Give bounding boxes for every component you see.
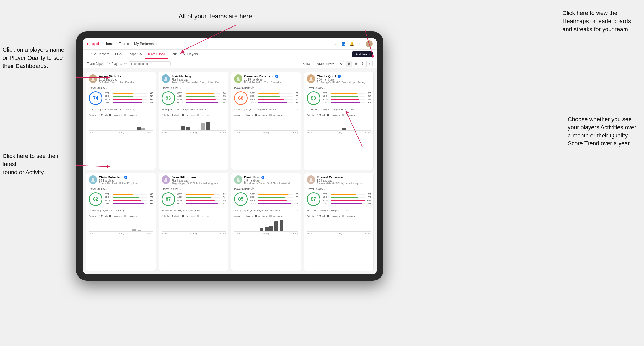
- stat-label-arg: ARG: [177, 98, 185, 101]
- pq-stats: OTT 60 APP 77 ARG 81 PUTT 9: [105, 193, 153, 205]
- search-icon[interactable]: ⌕: [332, 41, 337, 46]
- stat-row-arg: ARG 81: [105, 199, 153, 202]
- nav-logo[interactable]: clippd: [87, 41, 99, 46]
- player-card[interactable]: Aaron Nicholls 11-15 Handicap Drift Golf…: [86, 72, 156, 170]
- sub-nav-pga[interactable]: PGA: [112, 50, 124, 59]
- quality-score[interactable]: 68: [234, 91, 248, 105]
- stat-label-putt: PUTT: [105, 101, 112, 104]
- info-icon[interactable]: ⓘ: [251, 187, 254, 191]
- latest-round[interactable]: 07 Aug 23 | 77 (+7), St George's Hill GC…: [307, 107, 371, 112]
- activity-period: · 1 Month: [243, 215, 253, 217]
- oncourse-legend-dot: [182, 114, 184, 116]
- stat-val-ott: 82: [221, 193, 226, 195]
- latest-round[interactable]: 03 Mar 23 | 19, Must make putting →: [89, 208, 153, 213]
- latest-round[interactable]: 04 Sep 23 | Mobility with coach, Gym →: [162, 208, 226, 213]
- pq-content: 68 OTT 61 APP 63 ARG 75 PUTT: [234, 91, 298, 105]
- pq-stats: OTT 84 APP 85 ARG 88 PUTT 9: [177, 92, 226, 104]
- player-avatar: [89, 74, 97, 83]
- stat-val-arg: 84: [148, 98, 153, 101]
- arrow-right-icon: →: [151, 108, 153, 111]
- show-dropdown[interactable]: Player Activity: [313, 61, 344, 66]
- player-card[interactable]: Chris Robertson ✓ 1-5 Handicap Craigmill…: [86, 173, 156, 271]
- stat-row-app: APP 58: [105, 95, 153, 98]
- nav-item-teams[interactable]: Teams: [119, 42, 129, 46]
- avatar[interactable]: [366, 40, 373, 47]
- sub-nav-tour[interactable]: Tour: [168, 50, 180, 59]
- latest-round[interactable]: 26 Aug 23 | 73 (+1), Royal North Devon G…: [162, 107, 226, 112]
- player-name[interactable]: Blair McHarg: [172, 74, 226, 78]
- filter-icon[interactable]: ⊽: [360, 61, 366, 67]
- oncourse-legend-dot: [182, 215, 184, 217]
- info-icon[interactable]: ⓘ: [324, 86, 326, 90]
- quality-score[interactable]: 85: [234, 192, 248, 206]
- bell-icon[interactable]: 🔔: [349, 41, 354, 46]
- player-club: Craigmillar Park, United Kingdom: [99, 182, 153, 185]
- player-name[interactable]: Chris Robertson ✓: [99, 175, 153, 179]
- player-name[interactable]: David Ford ✓: [244, 175, 298, 179]
- stat-bar-putt: [258, 102, 287, 103]
- info-icon[interactable]: ⓘ: [324, 187, 326, 191]
- info-icon[interactable]: ⓘ: [106, 86, 108, 90]
- player-handicap: 11-15 Handicap: [99, 78, 153, 81]
- stat-row-arg: ARG 75: [250, 98, 298, 101]
- player-name[interactable]: Aaron Nicholls: [99, 74, 153, 78]
- stat-bar-bg-putt: [258, 203, 293, 204]
- list-view-icon[interactable]: ⊟: [353, 61, 359, 67]
- filter-search-input[interactable]: [129, 61, 171, 66]
- stat-val-app: 63: [294, 95, 298, 98]
- player-card[interactable]: Edward Crossman 1-5 Handicap Sunningdale…: [304, 173, 374, 271]
- quality-score[interactable]: 93: [162, 91, 175, 105]
- player-card[interactable]: Dave Billingham Plus Handicap Stag Magin…: [159, 173, 229, 271]
- grid-view-icon[interactable]: ⊞: [346, 61, 352, 67]
- info-icon[interactable]: ⓘ: [251, 86, 254, 90]
- player-name[interactable]: Dave Billingham: [172, 175, 226, 179]
- player-card[interactable]: David Ford ✓ 1-5 Handicap Royal North De…: [231, 173, 301, 271]
- svg-point-4: [237, 77, 239, 79]
- nav-item-home[interactable]: Home: [105, 42, 114, 46]
- stat-bar-bg-app: [113, 197, 147, 198]
- player-card[interactable]: Charlie Quick ✓ 6-10 Handicap St. George…: [304, 72, 374, 170]
- stat-row-app: APP 80: [323, 95, 371, 98]
- stat-row-putt: PUTT 85: [105, 101, 153, 104]
- quality-score[interactable]: 83: [307, 91, 320, 105]
- stat-bar-ott: [258, 194, 289, 195]
- latest-round[interactable]: 26 Aug 23 | 84 (+12), Royal North Devon …: [234, 208, 298, 213]
- quality-score[interactable]: 87: [307, 192, 320, 206]
- sub-nav-team-clippd[interactable]: Team Clippd: [145, 50, 168, 59]
- settings-icon[interactable]: ⊕: [357, 41, 363, 46]
- stat-bar-arg: [331, 99, 359, 100]
- latest-round[interactable]: 18 Jul 23 | 74 (+4), Sunningdale GC - Ol…: [307, 208, 371, 213]
- chart-bar: [201, 123, 205, 130]
- player-name[interactable]: Edward Crossman: [317, 175, 371, 179]
- svg-point-15: [309, 180, 313, 182]
- chart-dates: 31 Jul21 Aug4 Sep: [162, 131, 226, 134]
- player-name[interactable]: Charlie Quick ✓: [317, 74, 371, 78]
- player-card[interactable]: Cameron Robertson ✓ 11-15 Handicap Royal…: [231, 72, 301, 170]
- player-name[interactable]: Cameron Robertson ✓: [244, 74, 298, 78]
- user-icon[interactable]: 👤: [341, 41, 346, 46]
- add-team-button[interactable]: Add Team: [352, 51, 373, 57]
- latest-round[interactable]: 02 Jul 23 | 59 (+17), Craigmillar Park G…: [234, 107, 298, 112]
- sub-nav-hcaps[interactable]: Hcaps 1-5: [125, 50, 144, 59]
- quality-score[interactable]: 87: [162, 192, 175, 206]
- sub-nav-all-players[interactable]: All Players: [180, 50, 200, 59]
- player-club: Royal Perth Golf Club, Australia: [244, 81, 298, 84]
- chart-date: 31 Jul: [307, 232, 312, 235]
- stat-bar-bg-ott: [113, 194, 147, 195]
- quality-score[interactable]: 82: [89, 192, 102, 206]
- svg-point-3: [164, 79, 167, 81]
- info-icon[interactable]: ⓘ: [106, 187, 108, 191]
- chart-date: 4 Sep: [220, 131, 226, 134]
- info-icon[interactable]: ⓘ: [179, 187, 181, 191]
- stat-bar-bg-app: [258, 96, 293, 97]
- edit-icon[interactable]: ✏: [124, 62, 127, 66]
- quality-score[interactable]: 74: [89, 91, 102, 105]
- latest-round[interactable]: 02 Sep 23 | Sunset round to get back int…: [89, 107, 153, 112]
- sort-icon[interactable]: ↕: [366, 61, 373, 67]
- nav-item-performance[interactable]: My Performance: [134, 42, 159, 46]
- player-card[interactable]: Blair McHarg Plus Handicap Royal North D…: [159, 72, 229, 170]
- info-icon[interactable]: ⓘ: [179, 86, 181, 90]
- stat-bar-ott: [331, 194, 356, 195]
- player-avatar: [234, 74, 242, 83]
- sub-nav-pgat[interactable]: PGAT Players: [87, 50, 112, 59]
